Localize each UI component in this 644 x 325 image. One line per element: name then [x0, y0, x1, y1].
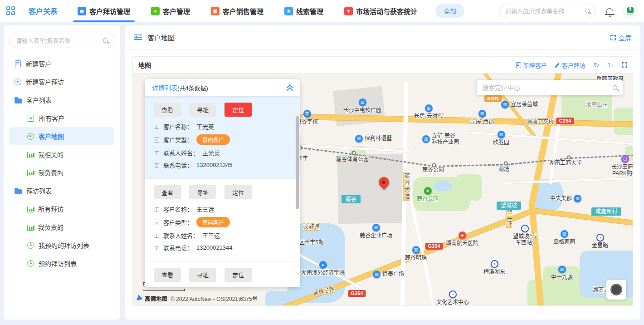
locate-button[interactable]: 定位 — [224, 268, 252, 282]
sidebar-item[interactable]: 预约拜访列表 — [9, 254, 114, 272]
address-button[interactable]: 寻址 — [189, 185, 216, 199]
top-nav-tab[interactable]: ◉客户拜访管理 — [78, 0, 130, 22]
sidebar-item[interactable]: 我负责的 — [9, 163, 114, 182]
refresh-icon[interactable]: ↻ — [594, 62, 600, 69]
sort-icon[interactable]: 1↓ — [607, 62, 614, 68]
building-poi-icon: ▥ — [372, 224, 380, 231]
collapse-sidebar-icon[interactable] — [134, 34, 142, 40]
chart-icon — [27, 207, 34, 212]
building-poi-icon: ▥ — [425, 104, 433, 112]
sidebar-search-input[interactable] — [16, 37, 100, 44]
sidebar-item[interactable]: 我负责的 — [9, 218, 114, 236]
view-button[interactable]: 查看 — [154, 268, 181, 282]
poi-label: 文化艺术中心 — [436, 299, 469, 305]
top-nav-tab[interactable]: ▼市场活动与获客统计 — [344, 0, 417, 22]
customer-type-badge: 意向客户 — [196, 217, 230, 227]
map-search-input[interactable] — [482, 84, 609, 91]
sidebar-item[interactable]: 我相关的 — [9, 145, 114, 163]
search-icon[interactable] — [585, 9, 590, 13]
customer-icon: ● — [151, 7, 160, 15]
map-poi: ▢长沙王府井PARK购物 — [611, 155, 633, 177]
poi-label: 望城坡(汽车西站) — [513, 233, 537, 246]
detail-field: 工联系人姓名：王三运 — [154, 231, 291, 240]
poi-label: 金星路 — [592, 242, 608, 249]
sidebar-item[interactable]: 拜访列表 — [9, 182, 114, 200]
locate-button[interactable]: 定位 — [224, 103, 252, 117]
field-label: 客户类型： — [163, 218, 193, 227]
poi-label: 湖南工商大学 — [549, 160, 582, 166]
sidebar-item-label: 我预约的拜访列表 — [39, 241, 89, 250]
map-park-area — [456, 174, 482, 201]
edu-poi-icon: ▲ — [319, 261, 327, 269]
map-poi: ▥麓谷明珠 — [405, 246, 427, 261]
global-search-input[interactable] — [505, 8, 582, 15]
detail-list-body: 查看寻址定位工客户名称：王光英客户类型：意向客户工联系人姓名：王光英工联系电话：… — [145, 96, 300, 287]
map-poi: 文轩路 — [303, 223, 320, 231]
text-field-icon: 工 — [154, 206, 160, 213]
map-search[interactable] — [477, 80, 623, 95]
brand-title[interactable]: 客户关系 — [29, 5, 58, 16]
sidebar-item[interactable]: A所有客户 — [9, 109, 114, 127]
market-icon: ▼ — [344, 7, 353, 15]
map-poi: ▥长沙中电软件园 — [343, 98, 381, 113]
amap-brand: 高德地图 — [145, 294, 167, 303]
map-poi: ▥五矿·麓谷科技产业园 — [422, 133, 459, 146]
sidebar-item[interactable]: 新建客户拜访 — [9, 73, 114, 91]
poi-label: 区长丰5期 — [299, 239, 324, 246]
view-button[interactable]: 查看 — [154, 185, 181, 199]
poi-label: 长房·西郡 — [470, 118, 494, 125]
sidebar-item-label: 所有客户 — [39, 113, 64, 123]
poi-label: 梅溪湖东 — [483, 269, 505, 275]
search-icon[interactable] — [103, 38, 107, 43]
panel-scrollbar[interactable] — [296, 116, 299, 209]
shop-poi-icon: ▢ — [621, 155, 629, 163]
clue-icon: ★ — [284, 7, 293, 15]
map-canvas[interactable]: 岳麓区政府湘麓山庄▥宜居莱茵城S101涧塘立交桥G354▥长房·西郡▥欣胜园▥长… — [133, 73, 633, 305]
collapse-panel-icon[interactable] — [286, 84, 293, 91]
search-icon[interactable] — [613, 85, 617, 90]
detail-card: 查看寻址定位工客户名称：王光英客户类型：意向客户工联系人姓名：王光英工联系电话：… — [145, 96, 300, 179]
app-grid-icon[interactable] — [6, 6, 15, 15]
all-apps-button[interactable]: 全部 — [435, 4, 464, 18]
chart-icon — [27, 170, 34, 176]
sidebar-item[interactable]: 所有拜访 — [9, 200, 114, 218]
avatar[interactable] — [623, 4, 638, 18]
field-value: 13200021345 — [196, 162, 233, 168]
top-nav-tab[interactable]: ▣客户销售管理 — [211, 0, 263, 22]
sidebar-item[interactable]: 客户地图 — [9, 127, 114, 145]
map-locate-control[interactable] — [606, 280, 626, 300]
map-action-add-customer[interactable]: 新增客户 — [516, 61, 547, 69]
address-button[interactable]: 寻址 — [189, 268, 216, 282]
sidebar-item[interactable]: 新建客户 — [9, 54, 114, 73]
fullscreen-button[interactable]: 全屏 — [610, 33, 631, 42]
top-nav-tab[interactable]: ●客户管理 — [151, 0, 190, 22]
poi-label: 五矿·麓谷科技产业园 — [432, 133, 459, 146]
expand-icon[interactable] — [622, 62, 627, 68]
top-nav-tab[interactable]: ★线索管理 — [284, 0, 323, 22]
map-road-badge: S101 — [484, 95, 502, 102]
locate-button[interactable]: 定位 — [224, 185, 252, 199]
poi-label: 湖南航天医院 — [446, 240, 478, 246]
notification-bell-icon[interactable] — [606, 8, 613, 14]
field-label: 联系电话： — [163, 243, 193, 252]
global-search[interactable] — [499, 4, 595, 18]
map-road-badge: 咸嘉新村 — [591, 207, 621, 216]
sidebar-item-label: 新建客户 — [26, 59, 51, 68]
map-poi: ▥品格家园 — [553, 230, 575, 245]
nav-tab-label: 客户管理 — [163, 6, 190, 16]
metro-station-dot — [504, 162, 508, 166]
metro-poi-icon: ◑ — [490, 260, 498, 268]
sidebar-search[interactable] — [9, 33, 114, 48]
sidebar-item-label: 客户地图 — [39, 132, 64, 141]
map-poi: 涧塘立交桥 — [527, 118, 554, 125]
map-action-label: 新增客户 — [523, 61, 547, 69]
address-button[interactable]: 寻址 — [189, 103, 216, 117]
map-action-customer-visit[interactable]: 客户拜访 — [555, 61, 585, 69]
pin-blue-icon — [15, 79, 21, 85]
detail-field: 客户类型：意向客户 — [154, 134, 291, 145]
poi-label: 文轩路 — [303, 224, 320, 230]
sidebar-item[interactable]: 我预约的拜访列表 — [9, 236, 114, 254]
detail-field: 客户类型：意向客户 — [154, 217, 291, 227]
view-button[interactable]: 查看 — [154, 103, 181, 117]
sidebar-item[interactable]: 客户列表 — [9, 91, 114, 109]
